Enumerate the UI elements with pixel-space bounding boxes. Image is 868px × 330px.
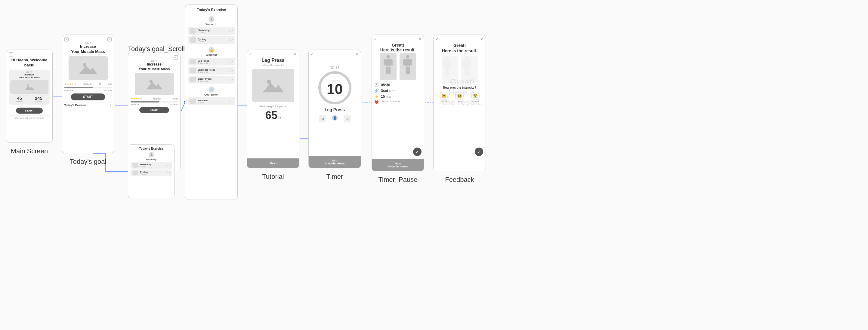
tp-sets-value: 3set of 12: [381, 89, 395, 93]
svg-rect-45: [464, 60, 469, 68]
tg-day: DAY 3: [85, 42, 91, 44]
list-item[interactable]: Stretching ⏱ 5min ≡ ↗: [188, 27, 235, 35]
tp-title: Great!Here is the result.: [380, 43, 416, 52]
el-chestpress-img: [190, 77, 196, 82]
svg-marker-25: [262, 82, 284, 92]
svg-rect-37: [408, 67, 410, 74]
fb-emoji-perfect[interactable]: 😄 Perfect: [455, 92, 464, 102]
sv-title: IncreaseYour Muscle Mass: [131, 62, 178, 71]
fb-emoji-label-easy: Too easy: [440, 101, 447, 102]
list-item[interactable]: Leg Press ⏱ 3set of 12 ≡ ↗: [188, 58, 235, 66]
sv-close-icon[interactable]: ✕: [174, 55, 178, 60]
el-legpress-icons: ≡ ↗: [229, 60, 233, 63]
tmr-circle: SET 1 10: [318, 71, 351, 104]
ms-see-more-text: See how much you've improved: [9, 116, 50, 119]
el-shoulderpress-icons: ≡ ↗: [229, 69, 233, 72]
tg-close-icon[interactable]: ✕: [64, 37, 69, 41]
ms-start-button[interactable]: START: [16, 108, 43, 113]
fb-top-row: < ✕: [436, 37, 483, 41]
sv-intensity: moderate: [131, 103, 140, 105]
tg-start-button[interactable]: START: [71, 94, 105, 100]
tut-subtitle: Let's set the machine: [262, 64, 284, 66]
sp-stretching-icons: ≡ ↗: [166, 164, 170, 166]
svg-marker-19: [25, 86, 34, 90]
ms-stat-calories: 245 Calories: [35, 96, 42, 102]
fb-close-icon[interactable]: ✕: [480, 37, 483, 41]
tp-back-icon[interactable]: <: [374, 37, 376, 41]
exercise-list-content: Today's Exercise 🏃 Warm Up Stretching ⏱ …: [185, 5, 237, 200]
main-close-icon[interactable]: ✕: [9, 52, 13, 57]
tp-check-button[interactable]: ✓: [413, 147, 422, 156]
tmr-back-icon[interactable]: <: [311, 52, 313, 57]
tut-back-icon[interactable]: <: [249, 52, 251, 57]
tmr-next-btn[interactable]: ⏭: [344, 115, 351, 122]
sp-cycling-icons: ≡ ↗: [166, 172, 170, 174]
fb-emoji-face-toomuch[interactable]: 😤: [471, 92, 479, 100]
exercise-list-frame: Today's Exercise 🏃 Warm Up Stretching ⏱ …: [185, 4, 238, 200]
el-shoulderpress-name: Shoulder Press: [198, 68, 215, 71]
tut-close-icon[interactable]: ✕: [293, 52, 297, 57]
el-cycling-img: [190, 37, 196, 43]
fb-body-front: [442, 56, 458, 83]
sp-title: Today's Exercise: [131, 147, 172, 150]
timer-frame: < ✕ 00:15 SET 1 10 Leg Press ⏮ 👤 ⏭ NextS…: [308, 50, 361, 168]
el-legpress-detail: ⏱ 3set of 12: [198, 62, 209, 64]
tg-meta-row: moderate 245 kcal: [64, 90, 112, 92]
el-section-workout: 💪 Workout: [188, 47, 235, 57]
el-stretching-icons: ≡ ↗: [229, 30, 233, 32]
tmr-next-exercise-button[interactable]: NextShoulder Press: [309, 156, 361, 168]
tmr-prev-btn[interactable]: ⏮: [319, 115, 326, 122]
tg-duration-unit: min: [108, 83, 112, 85]
tp-close-icon[interactable]: ✕: [418, 37, 422, 41]
sv-progress-bar: [131, 101, 178, 102]
fb-check-button[interactable]: ✓: [475, 147, 483, 156]
tutorial-label: Tutorial: [247, 173, 299, 180]
tp-kcal-value: 15 kcal: [381, 94, 391, 99]
list-item[interactable]: Shoulder Press ⏱ 3set of 12 ≡ ↗: [188, 67, 235, 74]
fb-back-icon[interactable]: <: [436, 37, 438, 41]
tg-duration: 45: [99, 83, 101, 85]
list-item[interactable]: Treadmil ⏱ 5min ≡ ↗: [188, 97, 235, 105]
tmr-close-icon[interactable]: ✕: [355, 52, 358, 57]
fb-emoji-face-perfect[interactable]: 😄: [455, 92, 464, 100]
list-item[interactable]: Stretching ⏱ 5min ≡ ↗: [131, 162, 172, 169]
canvas: ✕ Hi Haena, Welcome back! DAY 3 Increase…: [0, 0, 868, 330]
tg-share-icon[interactable]: ↗: [107, 37, 112, 41]
ms-greeting-text: Hi Haena, Welcome back!: [9, 58, 50, 68]
timer-pause-frame: < ✕ Great!Here is the result.: [372, 35, 424, 171]
svg-rect-36: [406, 67, 408, 74]
ms-card-day: DAY 3: [10, 71, 49, 73]
list-item[interactable]: Chest Press ⏱ 3set of 12 ≡ ↗: [188, 76, 235, 84]
fb-emoji-too-much[interactable]: 😤 Too much: [471, 92, 479, 102]
tg-progress-fill: [64, 87, 93, 88]
tp-top-row: < ✕: [374, 37, 422, 41]
fb-emoji-face-easy[interactable]: 😊: [440, 92, 448, 100]
tp-next-exercise-button[interactable]: NextShoulder Press: [372, 159, 424, 171]
el-cooldown-icon: ❄️: [209, 87, 215, 93]
todays-goal-frame: ✕ ↗ DAY 3 IncreaseYour Muscle Mass ★★★★★…: [62, 35, 114, 153]
tmr-countdown: 00:15: [330, 66, 340, 70]
svg-rect-29: [391, 59, 393, 66]
fb-emoji-too-easy[interactable]: 😊 Too easy: [440, 92, 448, 102]
svg-rect-47: [469, 61, 471, 67]
sv-start-button[interactable]: START: [139, 107, 169, 113]
svg-rect-27: [386, 59, 391, 66]
todays-goal-label: Today's goal: [62, 158, 114, 166]
svg-rect-35: [410, 59, 412, 66]
el-warmup-icon: 🏃: [209, 16, 215, 22]
sv-duration: 45 min: [172, 98, 178, 100]
sp-cycling-img: [132, 170, 138, 175]
ms-image: [10, 80, 49, 94]
tg-progress-bar: [64, 87, 112, 88]
list-item[interactable]: Cycling ⏱ 10min ≡ ↗: [131, 169, 172, 176]
tg-rating-row: ★★★★★ Beginner 45 min: [64, 82, 112, 86]
tut-next-button[interactable]: Next: [247, 158, 299, 168]
el-section-cooldown: ❄️ Cool Down: [188, 87, 235, 96]
el-title: Today's Exercise: [188, 8, 235, 12]
tp-sets-icon: 🔗: [374, 89, 379, 93]
el-warmup-name: Warm Up: [206, 23, 217, 26]
svg-point-32: [406, 55, 409, 58]
list-item[interactable]: Cycling ⏱ 10min ≡ ↗: [188, 36, 235, 44]
sp-stretching-name: Stretching: [140, 163, 152, 166]
tp-body-front: [380, 53, 397, 80]
